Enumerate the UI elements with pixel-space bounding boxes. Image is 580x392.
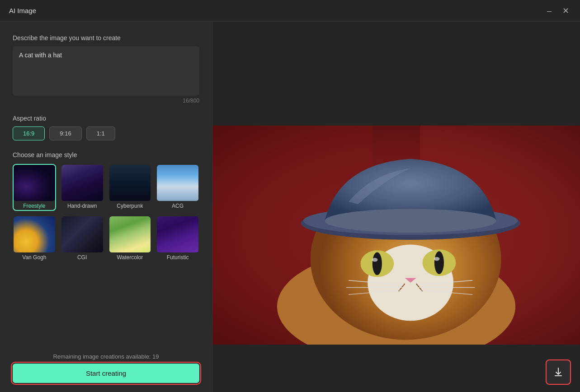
- download-icon: [553, 367, 564, 378]
- style-item-acg[interactable]: ACG: [156, 164, 199, 211]
- style-label-vangogh: Van Gogh: [14, 254, 55, 261]
- aspect-ratio-label: Aspect ratio: [13, 115, 199, 122]
- bottom-section: Remaining image creations available: 19 …: [13, 344, 199, 383]
- style-item-vangogh[interactable]: Van Gogh: [13, 215, 56, 262]
- style-label-cgi: CGI: [61, 254, 103, 261]
- svg-point-18: [434, 257, 440, 261]
- style-thumb-acg: [157, 165, 198, 201]
- generated-image-container: [212, 126, 580, 345]
- main-content: Describe the image you want to create A …: [0, 22, 580, 392]
- style-item-handdrawn[interactable]: Hand-drawn: [61, 164, 104, 211]
- style-thumb-freestyle: [14, 165, 55, 201]
- generated-image: [212, 126, 580, 345]
- close-button[interactable]: ✕: [560, 5, 571, 16]
- style-item-watercolor[interactable]: Watercolor: [108, 215, 152, 262]
- minimize-button[interactable]: –: [544, 5, 555, 16]
- char-count: 16/800: [13, 98, 199, 104]
- style-label-acg: ACG: [157, 203, 198, 210]
- image-bottom-area: [212, 345, 580, 392]
- style-item-futuristic[interactable]: Futuristic: [156, 215, 199, 262]
- svg-point-12: [325, 209, 496, 233]
- right-panel: [212, 22, 580, 392]
- style-item-cyberpunk[interactable]: Cyberpunk: [108, 164, 152, 211]
- style-label-futuristic: Futuristic: [157, 254, 198, 261]
- aspect-btn-9-16[interactable]: 9:16: [49, 126, 81, 140]
- left-panel: Describe the image you want to create A …: [0, 22, 212, 392]
- title-bar-controls: – ✕: [544, 5, 571, 16]
- aspect-section: Aspect ratio 16:9 9:16 1:1: [13, 115, 199, 140]
- style-label-watercolor: Watercolor: [109, 254, 151, 261]
- style-label-handdrawn: Hand-drawn: [61, 203, 103, 210]
- aspect-buttons: 16:9 9:16 1:1: [13, 126, 199, 140]
- start-creating-button[interactable]: Start creating: [13, 364, 199, 383]
- style-thumb-cyberpunk: [109, 165, 151, 201]
- style-label-cyberpunk: Cyberpunk: [109, 203, 151, 210]
- remaining-text: Remaining image creations available: 19: [13, 353, 199, 360]
- prompt-textarea[interactable]: A cat with a hat: [13, 46, 199, 96]
- title-bar: AI Image – ✕: [0, 0, 580, 22]
- svg-point-14: [373, 252, 382, 275]
- download-button[interactable]: [546, 359, 571, 385]
- style-thumb-vangogh: [14, 216, 55, 252]
- style-item-freestyle[interactable]: Freestyle: [13, 164, 56, 211]
- style-thumb-futuristic: [157, 216, 198, 252]
- style-section: Choose an image style Freestyle Hand-dra…: [13, 151, 199, 262]
- style-thumb-watercolor: [109, 216, 151, 252]
- prompt-label: Describe the image you want to create: [13, 34, 199, 42]
- svg-point-15: [372, 258, 378, 261]
- style-item-cgi[interactable]: CGI: [61, 215, 104, 262]
- aspect-btn-16-9[interactable]: 16:9: [13, 126, 45, 140]
- style-label-freestyle: Freestyle: [14, 203, 55, 210]
- style-thumb-handdrawn: [61, 165, 103, 201]
- app-title: AI Image: [9, 7, 544, 14]
- svg-point-17: [434, 251, 444, 274]
- style-thumb-cgi: [61, 216, 103, 252]
- style-label: Choose an image style: [13, 151, 199, 159]
- aspect-btn-1-1[interactable]: 1:1: [86, 126, 115, 140]
- style-grid: Freestyle Hand-drawn Cyberpunk ACG Van G: [13, 164, 199, 262]
- image-top-area: [212, 22, 580, 126]
